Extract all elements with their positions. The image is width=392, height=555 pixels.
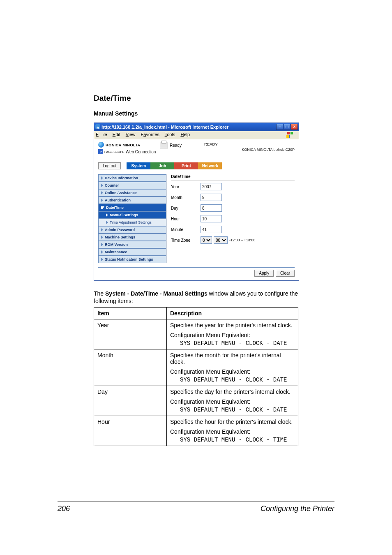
menu-help[interactable]: Help [180, 132, 190, 137]
printer-icon [160, 142, 168, 148]
ie-icon [95, 124, 100, 129]
para-bold: System - Date/Time - Manual Settings [105, 290, 208, 297]
desc-mono: SYS DEFAULT MENU - CLOCK - DATE [180, 407, 295, 413]
sidebar-item-label: Manual Settings [110, 213, 138, 217]
triangle-right-icon [101, 228, 103, 231]
timezone-minute-select[interactable]: 00 [214, 236, 228, 244]
sidebar-item-counter[interactable]: Counter [98, 182, 166, 189]
desc-spec: Specifies the day for the printer's inte… [170, 388, 295, 395]
desc-conf: Configuration Menu Equivalent: [170, 428, 295, 435]
timezone-range-note: -12:00 – +13:00 [229, 238, 255, 242]
tab-print[interactable]: Print [174, 162, 198, 169]
status-text: READY [204, 142, 218, 146]
month-input[interactable] [201, 194, 222, 201]
triangle-right-icon [101, 250, 103, 254]
cell-desc: Specifies the day for the printer's inte… [167, 386, 298, 416]
menu-view[interactable]: View [126, 132, 136, 137]
tab-system[interactable]: System [127, 162, 150, 169]
timezone-hour-select[interactable]: 0 [201, 236, 212, 244]
menu-favorites[interactable]: Favorites [141, 132, 159, 137]
window-close-button[interactable]: × [291, 124, 298, 130]
sidebar-item-device-info[interactable]: Device Information [98, 174, 166, 182]
clear-button[interactable]: Clear [276, 270, 295, 277]
apply-button[interactable]: Apply [254, 270, 274, 277]
month-label: Month [171, 195, 201, 200]
minute-input[interactable] [201, 226, 222, 233]
sidebar-item-time-adjustment[interactable]: Time Adjustment Settings [98, 219, 166, 226]
ready-label: Ready [170, 143, 182, 148]
table-row: Year Specifies the year for the printer'… [94, 319, 298, 349]
heading-date-time: Date/Time [94, 94, 298, 103]
menu-edit[interactable]: Edit [113, 132, 120, 137]
desc-mono: SYS DEFAULT MENU - CLOCK - TIME [180, 437, 295, 443]
tab-job[interactable]: Job [150, 162, 174, 169]
window-maximize-button[interactable]: □ [284, 124, 291, 130]
sidebar-item-label: Maintenance [105, 250, 127, 254]
year-input[interactable] [201, 183, 222, 190]
hour-label: Hour [171, 217, 201, 221]
window-minimize-button[interactable]: – [276, 124, 283, 130]
sidebar-item-date-time[interactable]: Date/Time [98, 204, 166, 211]
sidebar-item-maintenance[interactable]: Maintenance [98, 248, 166, 256]
minute-label: Minute [171, 227, 201, 232]
triangle-right-icon [106, 221, 108, 224]
table-row: Hour Specifies the hour for the printer'… [94, 416, 298, 446]
sidebar-item-label: Device Information [105, 176, 138, 180]
page-footer: 206 Configuring the Printer [58, 502, 334, 513]
sidebar-item-admin-password[interactable]: Admin Password [98, 226, 166, 234]
triangle-down-icon [101, 206, 104, 209]
cell-desc: Specifies the month for the printer's in… [167, 349, 298, 386]
table-row: Day Specifies the day for the printer's … [94, 386, 298, 416]
sidebar-item-label: Status Notification Settings [105, 257, 153, 261]
triangle-right-icon [101, 199, 103, 202]
desc-spec: Specifies the year for the printer's int… [170, 322, 295, 328]
logout-button[interactable]: Log out [98, 162, 121, 169]
sidebar-item-label: Time Adjustment Settings [110, 220, 152, 224]
hour-input[interactable] [201, 215, 222, 222]
cell-item: Year [94, 319, 167, 349]
sidebar-item-manual-settings[interactable]: Manual Settings [98, 211, 166, 219]
desc-conf: Configuration Menu Equivalent: [170, 368, 295, 375]
web-connection-label: Web Connection [126, 150, 156, 154]
tab-network[interactable]: Network [198, 162, 222, 169]
settings-table: Item Description Year Specifies the year… [94, 307, 298, 446]
brand-logo: KONICA MINOLTA [98, 142, 160, 148]
main-panel: Date/Time Year Month Day Hour Minute Tim… [171, 174, 295, 263]
sidebar-item-label: Machine Settings [105, 235, 135, 239]
desc-spec: Specifies the month for the printer's in… [170, 352, 295, 365]
desc-conf: Configuration Menu Equivalent: [170, 332, 295, 338]
timezone-label: Time Zone [171, 238, 201, 243]
pagescope-label: PAGE SCOPE [104, 150, 125, 154]
sidebar-item-online-assistance[interactable]: Online Assistance [98, 189, 166, 197]
window-title-text: http://192.168.1.2/a_index.html - Micros… [101, 125, 228, 130]
browser-menu-bar: File Edit View Favorites Tools Help [94, 131, 299, 139]
table-row: Month Specifies the month for the printe… [94, 349, 298, 386]
windows-flag-icon [287, 132, 293, 138]
pagescope-icon: P [98, 149, 103, 154]
menu-file[interactable]: File [96, 132, 107, 137]
sidebar-item-label: Date/Time [106, 206, 124, 210]
browser-window: http://192.168.1.2/a_index.html - Micros… [94, 123, 299, 281]
desc-spec: Specifies the hour for the printer's int… [170, 419, 295, 425]
triangle-right-icon [101, 184, 103, 187]
sidebar-item-machine-settings[interactable]: Machine Settings [98, 234, 166, 241]
form-footer: Apply Clear [98, 267, 295, 275]
sidebar-item-label: Admin Password [105, 228, 135, 232]
page-number: 206 [58, 504, 70, 513]
brand-globe-icon [98, 142, 104, 148]
cell-item: Day [94, 386, 167, 416]
sidebar-item-authentication[interactable]: Authentication [98, 197, 166, 204]
desc-mono: SYS DEFAULT MENU - CLOCK - DATE [180, 377, 295, 383]
sidebar-item-label: ROM Version [105, 243, 128, 247]
model-name: KONICA MINOLTA bizhub C20P [242, 148, 295, 152]
menu-tools[interactable]: Tools [165, 132, 175, 137]
sidebar-item-rom-version[interactable]: ROM Version [98, 241, 166, 248]
desc-mono: SYS DEFAULT MENU - CLOCK - DATE [180, 340, 295, 347]
triangle-right-icon [101, 243, 103, 246]
sidebar-item-status-notification[interactable]: Status Notification Settings [98, 256, 166, 263]
cell-item: Hour [94, 416, 167, 446]
brand-name: KONICA MINOLTA [106, 143, 140, 147]
sidebar-item-label: Authentication [105, 198, 131, 202]
day-input[interactable] [201, 204, 222, 212]
sidebar-item-label: Online Assistance [105, 191, 137, 195]
